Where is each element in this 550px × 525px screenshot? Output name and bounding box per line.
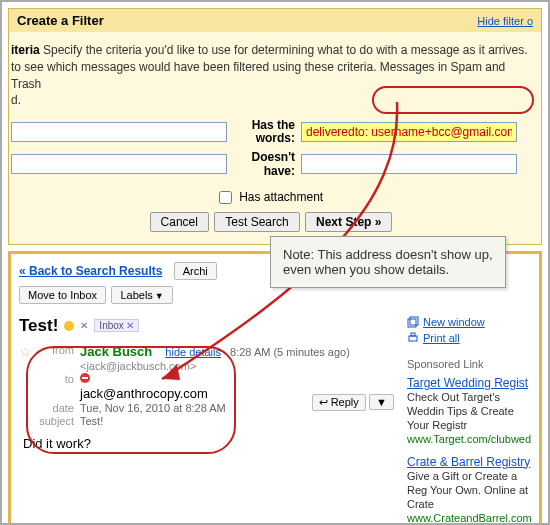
stop-icon (80, 373, 90, 383)
archive-button[interactable]: Archi (174, 262, 217, 280)
subject-label: subject (38, 415, 80, 427)
hide-details-link[interactable]: hide details (165, 346, 221, 358)
new-window-icon (407, 316, 419, 328)
filter-panel: Create a Filter Hide filter o iteria Spe… (8, 8, 542, 245)
toolbar-row2: Move to Inbox Labels▼ (19, 286, 531, 304)
chevron-down-icon: ▼ (155, 291, 164, 301)
cancel-button[interactable]: Cancel (150, 212, 209, 232)
print-all-link[interactable]: Print all (407, 332, 531, 344)
criteria-line2: to see which messages would have been fi… (11, 60, 505, 91)
criteria-line1: Specify the criteria you'd like to use f… (40, 43, 528, 57)
star-icon[interactable]: ☆ (19, 344, 32, 360)
from-name: Jack Busch (80, 344, 152, 359)
message-subject: Test! (19, 316, 58, 336)
move-to-inbox-button[interactable]: Move to Inbox (19, 286, 106, 304)
ad1-url: www.Target.com/clubwed (407, 433, 531, 445)
to-label: to (38, 373, 80, 385)
doesnt-have-input[interactable] (301, 154, 517, 174)
tag-remove-icon[interactable]: ✕ (126, 320, 134, 331)
annotation-callout: Note: This address doesn't show up, even… (270, 236, 506, 288)
subject-value: Test! (80, 415, 103, 427)
criteria-line3: d. (11, 93, 21, 107)
to-input[interactable] (11, 154, 227, 174)
has-words-input[interactable] (301, 122, 517, 142)
svg-rect-1 (410, 317, 418, 325)
from-email: <jack@jackbusch.com> (80, 360, 196, 372)
doesnt-have-label: Doesn't have: (227, 150, 301, 178)
new-window-link[interactable]: New window (407, 316, 531, 328)
ad-2: Crate & Barrel Registry Give a Gift or C… (407, 455, 531, 524)
ad2-title[interactable]: Crate & Barrel Registry (407, 455, 531, 469)
has-attachment-checkbox[interactable] (219, 191, 232, 204)
svg-rect-2 (409, 336, 417, 341)
svg-rect-0 (408, 319, 416, 327)
importance-marker-icon[interactable] (64, 321, 74, 331)
back-to-results-link[interactable]: « Back to Search Results (19, 264, 162, 278)
tag-remove-1[interactable]: ✕ (80, 320, 88, 331)
from-input[interactable] (11, 122, 227, 142)
message-body: Did it work? (19, 432, 393, 451)
has-words-label: Has thewords: (227, 119, 301, 145)
inbox-tag[interactable]: Inbox✕ (94, 319, 138, 332)
ad1-title[interactable]: Target Wedding Regist (407, 376, 531, 390)
hide-filter-link[interactable]: Hide filter o (477, 15, 533, 27)
reply-button[interactable]: ↩ Reply (312, 394, 366, 411)
ad2-text: Give a Gift or Create a Reg Your Own. On… (407, 469, 531, 512)
test-search-button[interactable]: Test Search (214, 212, 299, 232)
sidebar-column: New window Print all Sponsored Link Targ… (401, 316, 531, 525)
reply-dropdown[interactable]: ▼ (369, 394, 394, 410)
next-step-button[interactable]: Next Step » (305, 212, 392, 232)
ad-1: Target Wedding Regist Check Out Target's… (407, 376, 531, 445)
ad1-text: Check Out Target's Weddin Tips & Create … (407, 390, 531, 433)
criteria-bold: iteria (11, 43, 40, 57)
message-details: from Jack Busch hide details 8:28 AM (5 … (38, 344, 350, 428)
filter-body: iteria Specify the criteria you'd like t… (9, 32, 541, 244)
filter-header: Create a Filter Hide filter o (9, 9, 541, 32)
criteria-description: iteria Specify the criteria you'd like t… (9, 40, 533, 119)
from-label: from (38, 344, 80, 359)
date-label: date (38, 402, 80, 414)
message-column: Test! ✕ Inbox✕ ☆ from Jack Busch hide de… (19, 316, 401, 525)
filter-title: Create a Filter (17, 13, 104, 28)
sponsored-label: Sponsored Link (407, 358, 531, 370)
svg-rect-3 (411, 333, 415, 336)
message-time: 8:28 AM (5 minutes ago) (230, 346, 350, 358)
labels-button[interactable]: Labels▼ (111, 286, 172, 304)
print-icon (407, 332, 419, 344)
date-value: Tue, Nov 16, 2010 at 8:28 AM (80, 402, 226, 414)
inbox-panel: « Back to Search Results Archi Move to I… (8, 251, 542, 525)
ad2-url: www.CrateandBarrel.com (407, 512, 531, 524)
has-attachment-label: Has attachment (239, 190, 323, 204)
to-value: jack@anthrocopy.com (80, 386, 208, 401)
